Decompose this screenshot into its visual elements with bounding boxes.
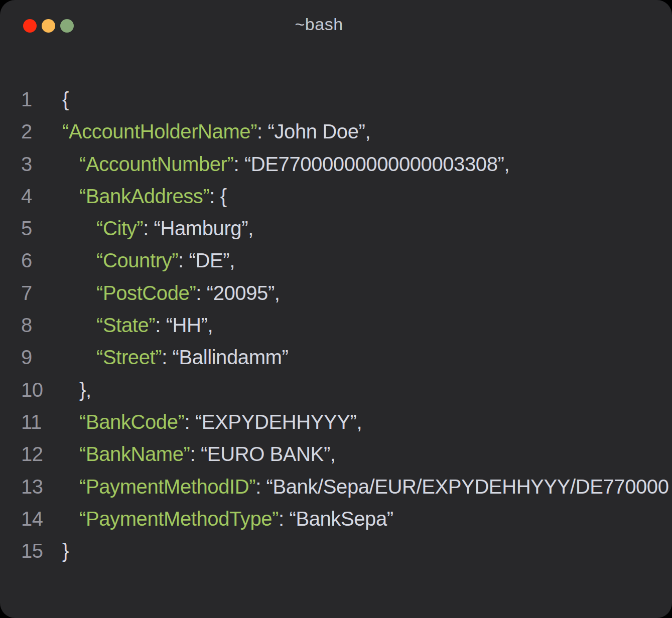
- line-number: 13: [21, 471, 43, 503]
- json-key: “AccountNumber”: [79, 153, 233, 175]
- line-content: “BankName”: “EURO BANK”,: [79, 438, 336, 470]
- code-area: 1{2“AccountHolderName”: “John Doe”,3“Acc…: [0, 83, 672, 567]
- line-content: }: [62, 535, 69, 567]
- line-number: 11: [21, 406, 42, 438]
- minimize-button[interactable]: [42, 19, 55, 33]
- json-key: “Street”: [96, 346, 162, 368]
- line-content: “PostCode”: “20095”,: [96, 277, 280, 309]
- line-content: “BankAddress”: {: [79, 180, 227, 212]
- code-line-1: 1{: [0, 83, 672, 115]
- line-content: {: [62, 83, 69, 115]
- json-text: },: [79, 379, 91, 401]
- json-key: “PostCode”: [96, 282, 196, 304]
- code-line-7: 7“PostCode”: “20095”,: [0, 277, 672, 309]
- code-line-11: 11“BankCode”: “EXPYDEHHYYY”,: [0, 406, 672, 438]
- json-text: :: [178, 249, 189, 271]
- json-text: “Ballindamm”: [173, 346, 289, 368]
- json-text: }: [62, 540, 69, 562]
- line-number: 8: [21, 309, 32, 341]
- line-number: 14: [21, 503, 43, 535]
- terminal-window: ~bash 1{2“AccountHolderName”: “John Doe”…: [0, 0, 672, 618]
- json-text: :: [162, 346, 172, 368]
- json-text: “Hamburg”,: [154, 217, 253, 239]
- json-text: “DE77000000000000003308”,: [244, 153, 509, 175]
- json-key: “PaymentMethodType”: [79, 508, 279, 530]
- json-key: “BankName”: [79, 443, 190, 465]
- json-key: “Country”: [96, 249, 178, 271]
- json-text: {: [62, 88, 69, 110]
- line-content: “City”: “Hamburg”,: [96, 212, 253, 244]
- json-text: :: [279, 508, 289, 530]
- json-text: :: [155, 314, 166, 336]
- line-number: 3: [21, 148, 32, 180]
- json-key: “City”: [96, 217, 143, 239]
- json-key: “BankCode”: [79, 411, 184, 433]
- code-line-4: 4“BankAddress”: {: [0, 180, 672, 212]
- line-content: “AccountNumber”: “DE77000000000000003308…: [79, 148, 509, 180]
- line-number: 2: [21, 115, 32, 147]
- json-text: “20095”,: [207, 282, 280, 304]
- json-key: “PaymentMethodID”: [79, 476, 255, 498]
- code-line-12: 12“BankName”: “EURO BANK”,: [0, 438, 672, 470]
- window-title: ~bash: [295, 0, 343, 48]
- close-button[interactable]: [23, 19, 37, 33]
- line-content: “PaymentMethodType”: “BankSepa”: [79, 503, 393, 535]
- code-line-14: 14“PaymentMethodType”: “BankSepa”: [0, 503, 672, 535]
- code-line-2: 2“AccountHolderName”: “John Doe”,: [0, 115, 672, 147]
- line-content: “Street”: “Ballindamm”: [96, 341, 288, 373]
- line-number: 4: [21, 180, 32, 212]
- json-text: :: [233, 153, 244, 175]
- json-key: “State”: [96, 314, 155, 336]
- line-number: 15: [21, 535, 43, 567]
- json-text: “EURO BANK”,: [201, 443, 336, 465]
- json-text: “HH”,: [166, 314, 213, 336]
- code-line-10: 10},: [0, 374, 672, 406]
- line-content: “PaymentMethodID”: “Bank/Sepa/EUR/EXPYDE…: [79, 471, 669, 503]
- code-line-15: 15}: [0, 535, 672, 567]
- code-line-9: 9“Street”: “Ballindamm”: [0, 341, 672, 373]
- json-text: “EXPYDEHHYYY”,: [195, 411, 362, 433]
- line-content: “AccountHolderName”: “John Doe”,: [62, 115, 370, 147]
- traffic-lights: [23, 19, 74, 33]
- code-line-6: 6“Country”: “DE”,: [0, 244, 672, 276]
- line-number: 1: [21, 83, 32, 115]
- line-content: “BankCode”: “EXPYDEHHYYY”,: [79, 406, 362, 438]
- line-content: },: [79, 374, 91, 406]
- line-content: “Country”: “DE”,: [96, 244, 235, 276]
- titlebar: ~bash: [0, 0, 672, 48]
- code-line-5: 5“City”: “Hamburg”,: [0, 212, 672, 244]
- code-line-3: 3“AccountNumber”: “DE7700000000000000330…: [0, 148, 672, 180]
- json-text: “DE”,: [189, 249, 235, 271]
- line-number: 10: [21, 374, 43, 406]
- line-content: “State”: “HH”,: [96, 309, 213, 341]
- json-text: :: [190, 443, 201, 465]
- json-text: “John Doe”,: [268, 120, 371, 142]
- line-number: 12: [21, 438, 43, 470]
- code-line-13: 13“PaymentMethodID”: “Bank/Sepa/EUR/EXPY…: [0, 471, 672, 503]
- json-key: “BankAddress”: [79, 185, 209, 207]
- zoom-button[interactable]: [60, 19, 74, 33]
- json-text: :: [143, 217, 154, 239]
- json-text: :: [184, 411, 195, 433]
- json-text: :: [196, 282, 206, 304]
- json-key: “AccountHolderName”: [62, 120, 257, 142]
- line-number: 7: [21, 277, 32, 309]
- json-text: :: [257, 120, 267, 142]
- line-number: 6: [21, 244, 32, 276]
- json-text: “BankSepa”: [289, 508, 393, 530]
- json-text: :: [255, 476, 266, 498]
- code-line-8: 8“State”: “HH”,: [0, 309, 672, 341]
- json-text: “Bank/Sepa/EUR/EXPYDEHHYYY/DE770000: [266, 476, 669, 498]
- line-number: 5: [21, 212, 32, 244]
- json-text: : {: [209, 185, 226, 207]
- line-number: 9: [21, 341, 32, 373]
